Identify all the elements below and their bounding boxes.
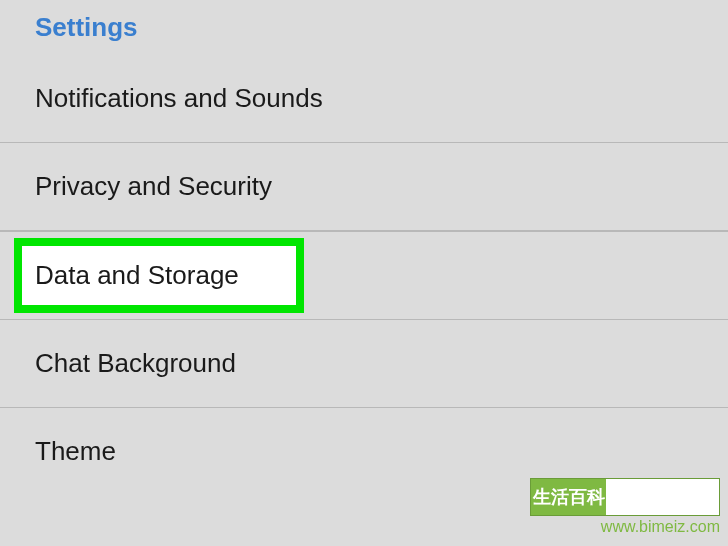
settings-item-label: Notifications and Sounds (35, 83, 323, 113)
settings-item-data-storage[interactable]: Data and Storage Data and Storage (0, 231, 728, 320)
watermark-url: www.bimeiz.com (530, 518, 720, 536)
watermark-box: 生活百科 (530, 478, 720, 516)
settings-item-label: Data and Storage (35, 260, 239, 291)
watermark-chinese-text: 生活百科 (531, 485, 606, 509)
settings-item-chat-background[interactable]: Chat Background (0, 320, 728, 408)
watermark: 生活百科 www.bimeiz.com (530, 478, 720, 536)
highlight-overlay: Data and Storage (14, 238, 304, 313)
settings-item-label: Privacy and Security (35, 171, 272, 201)
settings-item-privacy[interactable]: Privacy and Security (0, 143, 728, 231)
section-header-settings: Settings (0, 0, 728, 55)
settings-item-label: Theme (35, 436, 116, 466)
settings-item-notifications[interactable]: Notifications and Sounds (0, 55, 728, 143)
section-title: Settings (35, 12, 138, 42)
settings-item-label: Chat Background (35, 348, 236, 378)
